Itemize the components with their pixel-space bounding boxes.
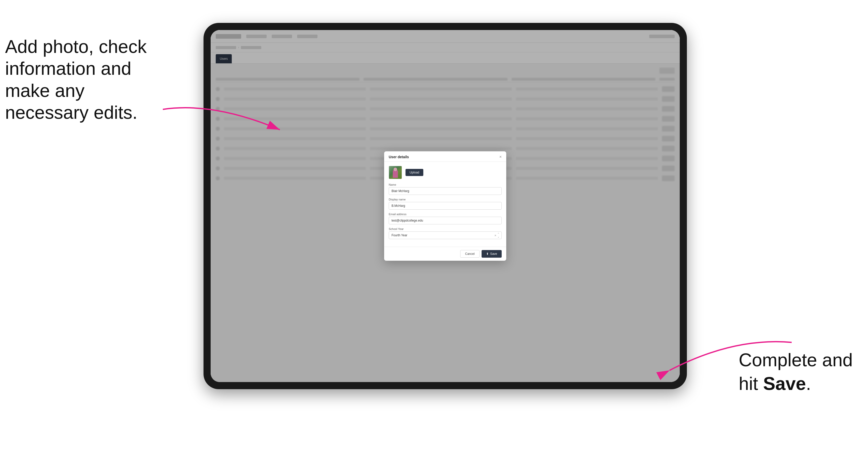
photo-section: Upload — [389, 166, 502, 179]
display-name-input[interactable] — [389, 202, 502, 210]
name-label: Name — [389, 183, 502, 186]
name-field-group: Name — [389, 183, 502, 195]
school-year-select[interactable]: Fourth Year × ⌃⌄ — [389, 231, 502, 239]
user-details-modal: User details × Upload — [384, 151, 506, 261]
photo-image — [389, 166, 402, 179]
email-field-group: Email address — [389, 213, 502, 224]
modal-footer: Cancel ⬆ Save — [384, 247, 506, 261]
right-annotation: Complete and hit Save. — [739, 348, 853, 396]
modal-title: User details — [389, 155, 409, 159]
modal-close-button[interactable]: × — [499, 155, 502, 159]
modal-body: Upload Name Display name Email addre — [384, 162, 506, 247]
select-actions: × ⌃⌄ — [494, 232, 501, 238]
email-label: Email address — [389, 213, 502, 216]
modal-header: User details × — [384, 151, 506, 162]
name-input[interactable] — [389, 187, 502, 195]
save-label: Save — [490, 252, 497, 256]
upload-button[interactable]: Upload — [405, 169, 423, 176]
school-year-field-group: School Year Fourth Year × ⌃⌄ — [389, 227, 502, 239]
display-name-field-group: Display name — [389, 198, 502, 210]
school-year-label: School Year — [389, 227, 502, 230]
left-annotation: Add photo, check information and make an… — [5, 36, 147, 124]
tablet-screen: › Users — [211, 30, 680, 382]
save-button[interactable]: ⬆ Save — [482, 250, 502, 258]
cancel-button[interactable]: Cancel — [460, 250, 479, 258]
email-input[interactable] — [389, 217, 502, 224]
select-clear-icon[interactable]: × — [494, 234, 496, 237]
school-year-value: Fourth Year — [389, 232, 494, 239]
display-name-label: Display name — [389, 198, 502, 201]
chevron-down-icon[interactable]: ⌃⌄ — [497, 232, 499, 238]
tablet-device: › Users — [204, 23, 687, 389]
modal-overlay: User details × Upload — [211, 30, 680, 382]
photo-preview — [389, 166, 402, 179]
photo-figure — [393, 170, 398, 178]
save-icon: ⬆ — [486, 252, 489, 256]
